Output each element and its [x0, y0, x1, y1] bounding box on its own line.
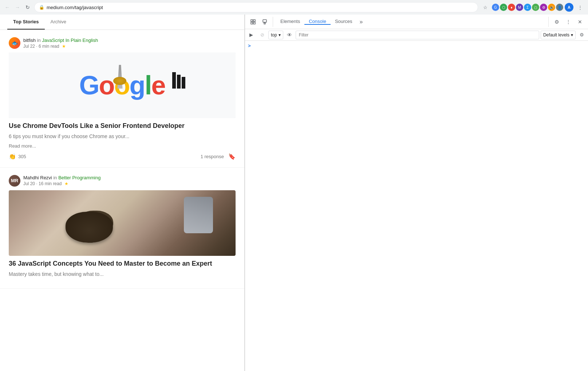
browser-toolbar: ← → ↻ 🔒 medium.com/tag/javascript ☆ G ⬡ …	[0, 0, 588, 15]
article-image: G o o g l e	[9, 52, 236, 118]
forward-button[interactable]: →	[13, 3, 22, 12]
console-gear-button[interactable]: ⚙	[577, 30, 587, 40]
toolbar-right: ☆ G ⬡ ♦ M Σ ◻ ⚙ 🔊 👤 A ⋮	[480, 2, 585, 12]
tab-more[interactable]: »	[357, 19, 366, 25]
article-subtitle: 6 tips you must know if you choose Chrom…	[9, 133, 236, 140]
inspect-element-button[interactable]	[248, 17, 258, 27]
author-details: bitfish in JavaScript In Plain English J…	[23, 38, 98, 49]
author-publication-2[interactable]: Better Programming	[58, 175, 100, 180]
avatar-image: 🐟	[9, 37, 20, 49]
bowl-element	[66, 212, 113, 243]
clap-icon: 👏	[9, 153, 16, 160]
console-prompt-line: >	[245, 42, 588, 49]
devtools-settings-button[interactable]: ⚙	[552, 17, 562, 27]
author-row: 🐟 bitfish in JavaScript In Plain English…	[9, 37, 236, 49]
browser-chrome: ← → ↻ 🔒 medium.com/tag/javascript ☆ G ⬡ …	[0, 0, 588, 15]
menu-button[interactable]: ⋮	[575, 2, 585, 12]
bookmark-icon[interactable]: 🔖	[228, 153, 236, 160]
ext-icon-9[interactable]: 👤	[556, 4, 563, 11]
read-more[interactable]: Read more...	[9, 143, 236, 149]
context-arrow: ▾	[279, 32, 281, 38]
star-icon-2: ★	[64, 181, 68, 186]
devtools-tabs: Elements Console Sources »	[273, 19, 548, 25]
svg-rect-1	[251, 22, 253, 24]
clap-count: 305	[18, 154, 26, 159]
author-row-2: MR Mahdhi Rezvi in Better Programming Ju…	[9, 175, 236, 187]
console-content: >	[245, 41, 588, 371]
ext-icon-8[interactable]: 🔊	[548, 4, 555, 11]
google-logo-container: G o o g l e	[9, 52, 236, 118]
page-content: Top Stories Archive 🐟 bitfish in JavaScr…	[0, 15, 245, 371]
devtools-right-icons: ⚙ ⋮ ✕	[548, 17, 588, 27]
address-bar[interactable]: 🔒 medium.com/tag/javascript	[34, 2, 478, 12]
article-list: 🐟 bitfish in JavaScript In Plain English…	[0, 30, 244, 289]
article-title-2[interactable]: 36 JavaScript Concepts You Need to Maste…	[9, 259, 236, 268]
console-block-button[interactable]: ⊘	[257, 30, 267, 40]
nav-buttons: ← → ↻	[3, 3, 32, 12]
ext-icon-7[interactable]: ⚙	[540, 4, 547, 11]
ext-icon-4[interactable]: M	[516, 4, 523, 11]
devtools-panel: Elements Console Sources » ⚙ ⋮ ✕ ▶ ⊘ top…	[245, 15, 588, 371]
nav-top-stories[interactable]: Top Stories	[7, 15, 45, 30]
context-selector[interactable]: top ▾	[268, 31, 283, 39]
ext-icon-3[interactable]: ♦	[508, 4, 515, 11]
article-subtitle-2: Mastery takes time, but knowing what to.…	[9, 271, 236, 278]
author-publication[interactable]: JavaScript In Plain English	[42, 38, 98, 43]
article-image-2	[9, 190, 236, 256]
levels-selector[interactable]: Default levels ▾	[541, 31, 576, 39]
svg-rect-5	[264, 23, 265, 24]
main-area: Top Stories Archive 🐟 bitfish in JavaScr…	[0, 15, 588, 371]
devtools-more-button[interactable]: ⋮	[563, 17, 573, 27]
svg-rect-0	[251, 20, 253, 22]
levels-arrow: ▾	[571, 32, 573, 38]
google-logo: G o o g l e	[79, 70, 165, 100]
author-name-row: bitfish in JavaScript In Plain English	[23, 38, 98, 43]
ext-icon-6[interactable]: ◻	[532, 4, 539, 11]
console-prompt-arrow[interactable]: >	[248, 43, 251, 48]
back-button[interactable]: ←	[3, 3, 12, 12]
filter-input[interactable]	[296, 31, 539, 39]
console-play-button[interactable]: ▶	[246, 30, 256, 40]
tab-console[interactable]: Console	[304, 19, 331, 25]
reload-button[interactable]: ↻	[23, 3, 32, 12]
star-icon: ★	[62, 44, 66, 49]
device-mode-button[interactable]	[260, 17, 270, 27]
devtools-close-button[interactable]: ✕	[575, 17, 585, 27]
eye-button[interactable]: 👁	[285, 30, 294, 40]
lock-icon: 🔒	[39, 5, 44, 10]
url-text: medium.com/tag/javascript	[47, 5, 473, 10]
profile-icon[interactable]: A	[565, 3, 573, 12]
ext-icon-1[interactable]: G	[492, 4, 499, 11]
ext-icon-5[interactable]: Σ	[524, 4, 531, 11]
author-avatar: 🐟	[9, 37, 20, 49]
svg-rect-4	[263, 20, 267, 22]
svg-rect-3	[253, 22, 255, 24]
author-name-2: Mahdhi Rezvi	[23, 175, 52, 180]
star-button[interactable]: ☆	[480, 2, 490, 12]
article-item-2: MR Mahdhi Rezvi in Better Programming Ju…	[0, 168, 244, 289]
author-details-2: Mahdhi Rezvi in Better Programming Jul 2…	[23, 175, 100, 186]
extension-icons: G ⬡ ♦ M Σ ◻ ⚙ 🔊 👤	[492, 4, 563, 11]
devtools-header: Elements Console Sources » ⚙ ⋮ ✕	[245, 15, 588, 29]
nav-archive[interactable]: Archive	[45, 15, 72, 30]
article-title[interactable]: Use Chrome DevTools Like a Senior Fronte…	[9, 122, 236, 130]
article-meta-2: Jul 20 · 16 min read ★	[23, 181, 100, 186]
svg-rect-2	[253, 20, 255, 22]
author-in-2: in	[53, 175, 58, 180]
ext-icon-2[interactable]: ⬡	[500, 4, 507, 11]
tab-elements[interactable]: Elements	[276, 19, 304, 25]
article-meta: Jul 22 · 6 min read ★	[23, 44, 98, 49]
author-in: in	[37, 38, 42, 43]
page-nav: Top Stories Archive	[0, 15, 244, 30]
person-silhouette	[184, 197, 213, 233]
author-name: bitfish	[23, 38, 36, 43]
author-avatar-2: MR	[9, 175, 20, 187]
context-label: top	[271, 32, 277, 38]
devtools-left-icons	[245, 17, 273, 27]
author-name-row-2: Mahdhi Rezvi in Better Programming	[23, 175, 100, 180]
tab-sources[interactable]: Sources	[331, 19, 357, 25]
article-claps: 👏 305	[9, 153, 26, 160]
response-count[interactable]: 1 response	[201, 154, 224, 159]
console-toolbar: ▶ ⊘ top ▾ 👁 Default levels ▾ ⚙	[245, 29, 588, 41]
article-item: 🐟 bitfish in JavaScript In Plain English…	[0, 30, 244, 168]
